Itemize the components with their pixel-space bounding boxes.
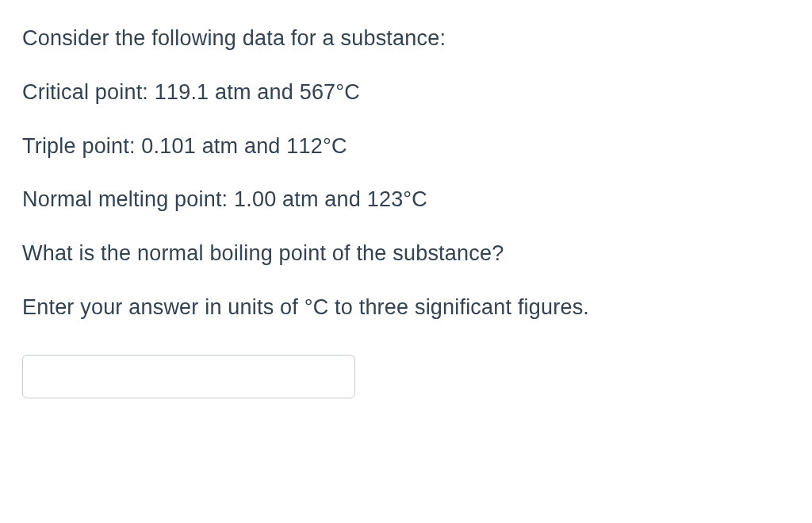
- question-intro: Consider the following data for a substa…: [22, 24, 790, 54]
- triple-point-data: Triple point: 0.101 atm and 112°C: [22, 132, 790, 162]
- answer-instructions: Enter your answer in units of °C to thre…: [22, 293, 790, 323]
- critical-point-data: Critical point: 119.1 atm and 567°C: [22, 78, 790, 108]
- question-prompt: What is the normal boiling point of the …: [22, 239, 790, 269]
- melting-point-data: Normal melting point: 1.00 atm and 123°C: [22, 185, 790, 215]
- answer-input[interactable]: [22, 355, 355, 398]
